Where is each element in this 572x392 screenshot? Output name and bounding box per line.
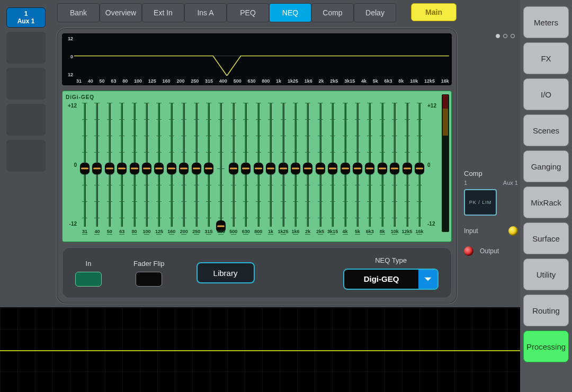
nav-mixrack[interactable]: MixRack bbox=[523, 186, 569, 218]
nav-fx[interactable]: FX bbox=[523, 42, 569, 74]
geq-band-160[interactable]: 160 bbox=[166, 103, 177, 234]
geq-band-2k[interactable]: 2k bbox=[302, 103, 313, 234]
geq-band-315[interactable]: 315 bbox=[203, 103, 214, 234]
geq-band-200[interactable]: 200 bbox=[178, 103, 189, 234]
geq-band-freq-label: 3k15 bbox=[327, 229, 338, 234]
comp-channel-name: Aux 1 bbox=[503, 180, 518, 186]
page-dots[interactable] bbox=[464, 34, 518, 48]
geq-band-6k3[interactable]: 6k3 bbox=[364, 103, 375, 234]
neq-type-label: NEQ Type bbox=[375, 256, 407, 264]
geq-band-freq-label: 2k bbox=[305, 229, 310, 234]
global-nav-rail: MetersFXI/OScenesGangingMixRackSurfaceUt… bbox=[520, 0, 572, 392]
geq-band-1k[interactable]: 1k bbox=[265, 103, 276, 234]
geq-band-freq-label: 630 bbox=[242, 229, 250, 234]
dot-icon bbox=[496, 34, 500, 38]
geq-band-freq-label: 400 bbox=[217, 229, 225, 234]
input-led-icon bbox=[508, 226, 518, 236]
left-channel-rail: 1 Aux 1 bbox=[0, 0, 52, 307]
chevron-down-icon bbox=[418, 270, 437, 289]
geq-band-freq-label: 1k6 bbox=[291, 229, 299, 234]
geq-band-80[interactable]: 80 bbox=[129, 103, 140, 234]
geq-band-freq-label: 4k bbox=[343, 229, 348, 234]
geq-band-16k[interactable]: 16k bbox=[414, 103, 425, 234]
nav-processing[interactable]: Processing bbox=[523, 331, 569, 362]
geq-band-3k15[interactable]: 3k15 bbox=[327, 103, 338, 234]
tab-peq[interactable]: PEQ bbox=[227, 3, 269, 22]
tab-comp[interactable]: Comp bbox=[311, 3, 354, 22]
nav-meters[interactable]: Meters bbox=[523, 6, 569, 38]
geq-band-freq-label: 5k bbox=[355, 229, 360, 234]
geq-band-10k[interactable]: 10k bbox=[389, 103, 400, 234]
selected-channel-chip[interactable]: 1 Aux 1 bbox=[6, 7, 46, 28]
input-led-label: Input bbox=[464, 227, 478, 235]
geq-panel: 12012 3140506380100125160200250315400500… bbox=[56, 28, 458, 304]
tab-overview[interactable]: Overview bbox=[100, 3, 142, 22]
geq-band-freq-label: 160 bbox=[167, 229, 175, 234]
processing-side-panel: Comp 1 Aux 1 PK / LIM Input bbox=[462, 0, 520, 307]
geq-band-800[interactable]: 800 bbox=[253, 103, 264, 234]
channel-slot-empty[interactable] bbox=[6, 68, 46, 100]
geq-band-31[interactable]: 31 bbox=[79, 103, 90, 234]
tab-ins-a[interactable]: Ins A bbox=[184, 3, 227, 22]
geq-band-freq-label: 200 bbox=[180, 229, 188, 234]
geq-controls: In Fader Flip Library NEQ Type Dig bbox=[62, 247, 452, 298]
geq-band-freq-label: 1k bbox=[268, 229, 273, 234]
geq-band-freq-label: 100 bbox=[143, 229, 151, 234]
geq-band-5k[interactable]: 5k bbox=[352, 103, 363, 234]
geq-band-100[interactable]: 100 bbox=[141, 103, 152, 234]
geq-band-125[interactable]: 125 bbox=[154, 103, 164, 234]
dot-icon bbox=[503, 34, 507, 38]
geq-band-400[interactable]: 400 bbox=[216, 103, 226, 234]
channel-name: Aux 1 bbox=[17, 17, 35, 25]
geq-band-freq-label: 250 bbox=[192, 229, 200, 234]
geq-band-250[interactable]: 250 bbox=[191, 103, 202, 234]
geq-band-1k6[interactable]: 1k6 bbox=[290, 103, 301, 234]
geq-band-freq-label: 40 bbox=[94, 229, 100, 234]
geq-band-2k5[interactable]: 2k5 bbox=[315, 103, 326, 234]
tab-bank[interactable]: Bank bbox=[57, 3, 100, 22]
channel-slot-empty[interactable] bbox=[6, 140, 46, 172]
geq-band-freq-label: 80 bbox=[132, 229, 137, 234]
main-mix-button[interactable]: Main bbox=[411, 3, 457, 21]
geq-output-meter bbox=[442, 94, 449, 232]
geq-band-freq-label: 1k25 bbox=[278, 229, 288, 234]
geq-band-63[interactable]: 63 bbox=[117, 103, 127, 234]
geq-band-8k[interactable]: 8k bbox=[377, 103, 388, 234]
tab-neq[interactable]: NEQ bbox=[269, 3, 311, 22]
geq-band-freq-label: 16k bbox=[415, 229, 423, 234]
geq-band-freq-label: 8k bbox=[380, 229, 385, 234]
geq-band-40[interactable]: 40 bbox=[92, 103, 102, 234]
channel-slot-empty[interactable] bbox=[6, 104, 46, 136]
neq-type-select[interactable]: Digi-GEQ bbox=[343, 269, 439, 290]
nav-ganging[interactable]: Ganging bbox=[523, 150, 569, 182]
geq-band-4k[interactable]: 4k bbox=[340, 103, 351, 234]
channel-slot-empty[interactable] bbox=[6, 32, 46, 64]
geq-slider-bank: DiGi-GEQ +120-12 31405063801001251602002… bbox=[62, 91, 452, 242]
nav-i-o[interactable]: I/O bbox=[523, 78, 569, 110]
nav-scenes[interactable]: Scenes bbox=[523, 114, 569, 146]
library-button[interactable]: Library bbox=[196, 262, 255, 283]
output-led-label: Output bbox=[480, 247, 499, 255]
tab-ext-in[interactable]: Ext In bbox=[142, 3, 184, 22]
geq-band-freq-label: 800 bbox=[254, 229, 262, 234]
geq-band-50[interactable]: 50 bbox=[104, 103, 115, 234]
dot-icon bbox=[511, 34, 515, 38]
nav-surface[interactable]: Surface bbox=[523, 222, 569, 254]
fader-flip-label: Fader Flip bbox=[133, 260, 165, 268]
in-toggle[interactable] bbox=[75, 272, 102, 287]
geq-band-1k25[interactable]: 1k25 bbox=[278, 103, 289, 234]
geq-band-500[interactable]: 500 bbox=[228, 103, 239, 234]
geq-band-630[interactable]: 630 bbox=[240, 103, 251, 234]
geq-algorithm-title: DiGi-GEQ bbox=[66, 94, 94, 100]
neq-type-value: Digi-GEQ bbox=[344, 270, 418, 289]
geq-band-freq-label: 315 bbox=[205, 229, 213, 234]
geq-band-freq-label: 50 bbox=[107, 229, 112, 234]
nav-routing[interactable]: Routing bbox=[523, 295, 569, 326]
nav-utility[interactable]: Utility bbox=[523, 259, 569, 290]
fader-flip-toggle[interactable] bbox=[136, 272, 162, 287]
tab-delay[interactable]: Delay bbox=[354, 3, 396, 22]
overview-waveform-strip[interactable] bbox=[0, 307, 520, 392]
geq-band-12k5[interactable]: 12k5 bbox=[402, 103, 413, 234]
comp-thumbnail[interactable]: PK / LIM bbox=[464, 189, 497, 216]
geq-band-freq-label: 10k bbox=[391, 229, 399, 234]
